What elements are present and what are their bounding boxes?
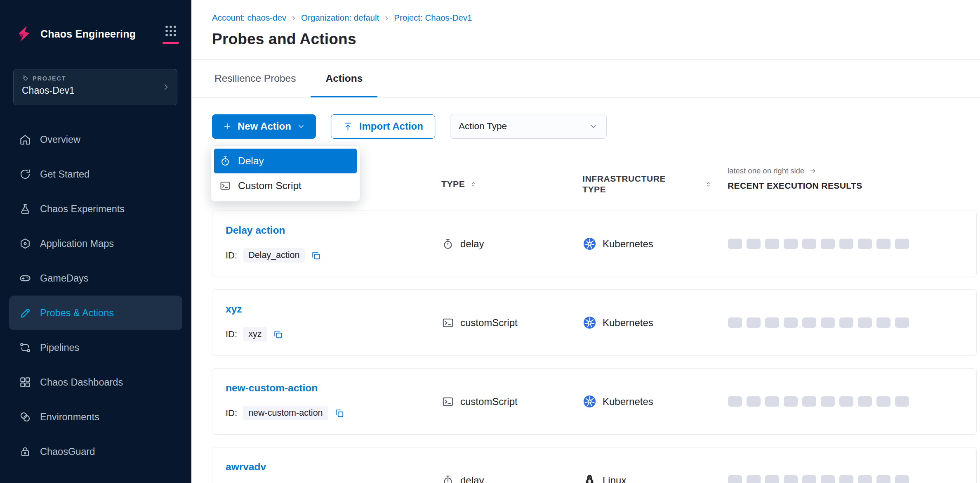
execution-result-cell: [802, 317, 816, 328]
sidebar-item-gamedays[interactable]: GameDays: [9, 261, 182, 296]
column-type-label: TYPE: [441, 179, 465, 189]
execution-result-cell: [765, 475, 779, 483]
action-type-value: delay: [460, 475, 484, 483]
sidebar-item-chaosguard[interactable]: ChaosGuard: [9, 434, 182, 469]
action-link-xyz[interactable]: xyz: [226, 303, 242, 315]
tabs: Resilience Probes Actions: [191, 59, 980, 97]
recent-results-note: latest one on right side: [728, 166, 804, 175]
action-type-filter[interactable]: Action Type: [450, 114, 607, 139]
action-link-delay-action[interactable]: Delay action: [226, 225, 285, 236]
execution-result-cell: [858, 475, 872, 483]
action-id-line: ID: new-custom-action: [226, 406, 345, 420]
tab-actions[interactable]: Actions: [311, 59, 377, 97]
execution-result-cell: [895, 396, 909, 407]
execution-result-cell: [839, 317, 853, 328]
sidebar-item-environments[interactable]: Environments: [9, 400, 182, 434]
toolbar: New Action Import Action Action Type: [191, 97, 980, 139]
sidebar-item-chaos-experiments[interactable]: Chaos Experiments: [9, 192, 182, 226]
sidebar-item-label: Application Maps: [40, 238, 114, 249]
sidebar-item-label: ChaosGuard: [40, 446, 95, 457]
execution-result-cell: [876, 317, 890, 328]
execution-result-cell: [895, 475, 909, 483]
execution-result-cell: [784, 239, 798, 249]
actions-table: Delay action ID: Delay_action delay Kube…: [212, 211, 977, 483]
execution-result-cell: [821, 239, 835, 249]
chevron-down-icon: [589, 122, 598, 131]
execution-result-cell: [876, 396, 890, 407]
infrastructure-cell: Kubernetes: [583, 290, 653, 355]
execution-result-cell: [802, 396, 816, 407]
copy-icon[interactable]: [334, 408, 345, 419]
infrastructure-value: Kubernetes: [603, 238, 653, 250]
sidebar-item-probes-actions[interactable]: Probes & Actions: [9, 296, 182, 330]
menu-item-custom-script[interactable]: Custom Script: [214, 173, 357, 198]
sort-icon[interactable]: [705, 180, 712, 189]
import-action-button[interactable]: Import Action: [331, 114, 435, 139]
sidebar-item-chaos-dashboards[interactable]: Chaos Dashboards: [9, 365, 182, 400]
id-label: ID:: [226, 408, 237, 419]
execution-result-cell: [802, 475, 816, 483]
sidebar-item-label: Environments: [40, 412, 99, 423]
project-selector[interactable]: PROJECT Chaos-Dev1: [13, 69, 177, 105]
project-name: Chaos-Dev1: [22, 85, 169, 96]
execution-result-cell: [728, 396, 742, 407]
menu-item-delay[interactable]: Delay: [214, 149, 357, 173]
apps-grid-icon[interactable]: [164, 24, 178, 38]
menu-item-label: Custom Script: [238, 180, 302, 192]
sidebar-item-label: Pipelines: [40, 342, 79, 353]
infrastructure-cell: Kubernetes: [583, 369, 653, 434]
execution-result-cell: [784, 317, 798, 328]
action-link-new-custom-action[interactable]: new-custom-action: [226, 382, 318, 394]
action-id-chip: xyz: [243, 327, 267, 341]
sidebar-item-overview[interactable]: Overview: [9, 122, 182, 157]
copy-icon[interactable]: [311, 250, 321, 261]
action-type-value: customScript: [460, 317, 518, 329]
breadcrumb-link[interactable]: Account: chaos-dev: [212, 13, 286, 23]
id-label: ID:: [226, 250, 237, 261]
execution-result-cell: [747, 317, 761, 328]
breadcrumb-link[interactable]: Project: Chaos-Dev1: [394, 13, 472, 23]
action-type-cell: customScript: [442, 290, 518, 355]
tab-resilience-probes[interactable]: Resilience Probes: [200, 59, 311, 97]
sidebar-item-label: Chaos Experiments: [40, 204, 125, 215]
new-action-button[interactable]: New Action: [212, 114, 316, 139]
new-action-menu: Delay Custom Script: [211, 145, 360, 201]
execution-result-cell: [765, 239, 779, 249]
new-action-label: New Action: [238, 121, 291, 132]
chevron-right-icon: [161, 83, 170, 92]
execution-result-cell: [747, 396, 761, 407]
sidebar-item-get-started[interactable]: Get Started: [9, 157, 182, 192]
menu-item-label: Delay: [238, 155, 264, 167]
probes-icon: [19, 307, 31, 319]
execution-result-cell: [839, 475, 853, 483]
breadcrumb-link[interactable]: Organization: default: [301, 13, 379, 23]
module-indicator: [163, 42, 179, 44]
sort-icon[interactable]: [470, 180, 477, 189]
infrastructure-value: Kubernetes: [603, 317, 653, 329]
harness-chaos-logo: [13, 24, 33, 44]
infrastructure-value: Linux: [603, 475, 626, 483]
execution-result-cell: [728, 239, 742, 249]
infrastructure-cell: Linux: [583, 447, 626, 483]
execution-result-cell: [858, 396, 872, 407]
action-type-cell: delay: [442, 211, 484, 277]
execution-result-cell: [821, 475, 835, 483]
sidebar-item-pipelines[interactable]: Pipelines: [9, 330, 182, 365]
module-switcher: [163, 24, 179, 44]
stopwatch-icon: [219, 155, 231, 167]
execution-result-cell: [895, 239, 909, 249]
sidebar-item-label: GameDays: [40, 273, 89, 284]
sidebar-nav: Overview Get Started Chaos Experiments A…: [0, 122, 191, 469]
copy-icon[interactable]: [273, 329, 283, 340]
execution-result-cell: [728, 475, 742, 483]
page-title: Probes and Actions: [212, 31, 980, 48]
main-content: › Account: chaos-dev › Organization: def…: [191, 0, 980, 483]
sidebar-item-application-maps[interactable]: Application Maps: [9, 226, 182, 261]
execution-result-cell: [747, 239, 761, 249]
recent-execution-results: [728, 369, 909, 434]
action-link-awrvadv[interactable]: awrvadv: [226, 461, 266, 473]
kubernetes-icon: [583, 395, 596, 408]
import-action-label: Import Action: [359, 121, 423, 132]
column-recent-execution-results: latest one on right side RECENT EXECUTIO…: [728, 166, 862, 191]
execution-result-cell: [784, 475, 798, 483]
